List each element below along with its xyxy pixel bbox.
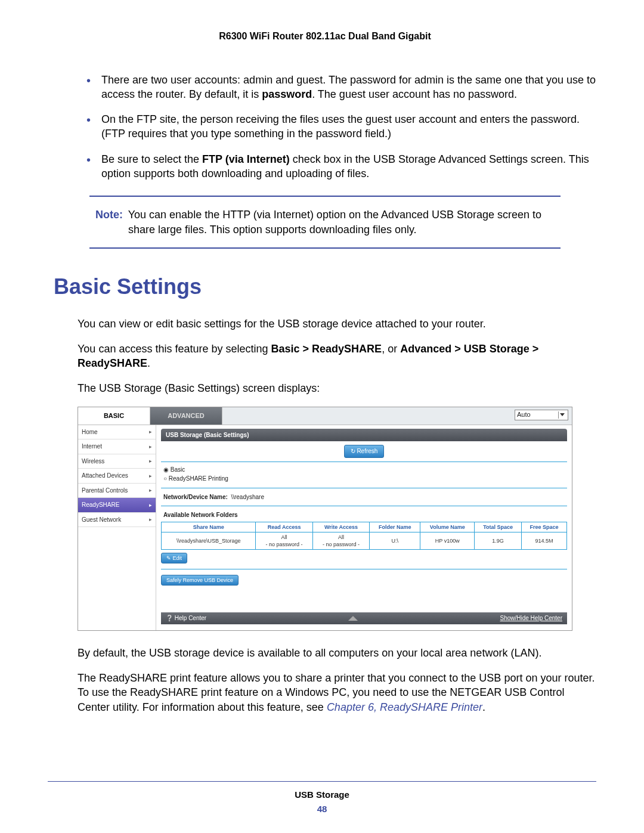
table-cell: \\readyshare\USB_Storage <box>162 532 256 549</box>
bullet-item: On the FTP site, the person receiving th… <box>86 112 596 141</box>
available-folders-label: Available Network Folders <box>161 509 567 522</box>
tab-basic[interactable]: BASIC <box>78 407 150 425</box>
table-row[interactable]: \\readyshare\USB_StorageAll- no password… <box>162 532 567 549</box>
column-header: Volume Name <box>420 522 475 532</box>
column-header: Total Space <box>475 522 522 532</box>
sidebar-item-readyshare[interactable]: ReadySHARE▸ <box>78 498 156 513</box>
table-cell: HP v100w <box>420 532 475 549</box>
column-header: Share Name <box>162 522 256 532</box>
section-title: Basic Settings <box>54 272 596 302</box>
radio-readyshare-printing[interactable]: ○ ReadySHARE Printing <box>163 475 565 483</box>
show-hide-help-link[interactable]: Show/Hide Help Center <box>500 614 562 623</box>
paragraph: You can access this feature by selecting… <box>78 342 596 371</box>
sidebar-item-guest-network[interactable]: Guest Network▸ <box>78 513 156 528</box>
sidebar-item-parental-controls[interactable]: Parental Controls▸ <box>78 484 156 498</box>
sidebar-item-wireless[interactable]: Wireless▸ <box>78 454 156 469</box>
table-cell: All- no password - <box>256 532 312 549</box>
embedded-screenshot: BASIC ADVANCED Auto Home▸Internet▸Wirele… <box>78 407 572 631</box>
note-label: Note: <box>95 209 125 221</box>
sidebar-item-attached-devices[interactable]: Attached Devices▸ <box>78 469 156 484</box>
chevron-down-icon <box>558 411 566 419</box>
column-header: Read Access <box>256 522 312 532</box>
paragraph: The ReadySHARE print feature allows you … <box>78 671 596 714</box>
help-center-link[interactable]: ❔ Help Center <box>166 614 206 623</box>
panel-title: USB Storage (Basic Settings) <box>161 429 567 442</box>
sidebar-item-internet[interactable]: Internet▸ <box>78 439 156 454</box>
refresh-button[interactable]: ↻ Refresh <box>344 445 385 458</box>
paragraph: The USB Storage (Basic Settings) screen … <box>78 381 596 395</box>
expand-icon[interactable] <box>348 616 358 621</box>
table-cell: 914.5M <box>521 532 566 549</box>
paragraph: You can view or edit basic settings for … <box>78 317 596 331</box>
table-cell: 1.9G <box>475 532 522 549</box>
bullet-item: There are two user accounts: admin and g… <box>86 73 596 102</box>
chapter-link[interactable]: Chapter 6, ReadySHARE Printer <box>327 701 482 713</box>
column-header: Folder Name <box>370 522 420 532</box>
column-header: Free Space <box>521 522 566 532</box>
sidebar: Home▸Internet▸Wireless▸Attached Devices▸… <box>78 425 156 630</box>
network-device-name: Network/Device Name: \\readyshare <box>161 491 567 504</box>
note-box: Note: You can enable the HTTP (via Inter… <box>89 196 561 249</box>
folders-table: Share NameRead AccessWrite AccessFolder … <box>161 522 567 550</box>
column-header: Write Access <box>312 522 369 532</box>
note-text: You can enable the HTTP (via Internet) o… <box>128 209 541 235</box>
document-header: R6300 WiFi Router 802.11ac Dual Band Gig… <box>54 30 596 43</box>
table-cell: All- no password - <box>312 532 369 549</box>
language-select[interactable]: Auto <box>515 410 568 420</box>
page-footer: USB Storage 48 <box>48 781 596 816</box>
edit-button[interactable]: ✎ Edit <box>161 553 187 563</box>
bullet-list: There are two user accounts: admin and g… <box>54 73 596 181</box>
table-cell: U:\ <box>370 532 420 549</box>
radio-basic[interactable]: ◉ Basic <box>163 466 565 474</box>
safely-remove-button[interactable]: Safely Remove USB Device <box>161 575 239 586</box>
bullet-item: Be sure to select the FTP (via Internet)… <box>86 152 596 181</box>
paragraph: By default, the USB storage device is av… <box>78 646 596 660</box>
sidebar-item-home[interactable]: Home▸ <box>78 425 156 440</box>
tab-advanced[interactable]: ADVANCED <box>150 407 222 425</box>
